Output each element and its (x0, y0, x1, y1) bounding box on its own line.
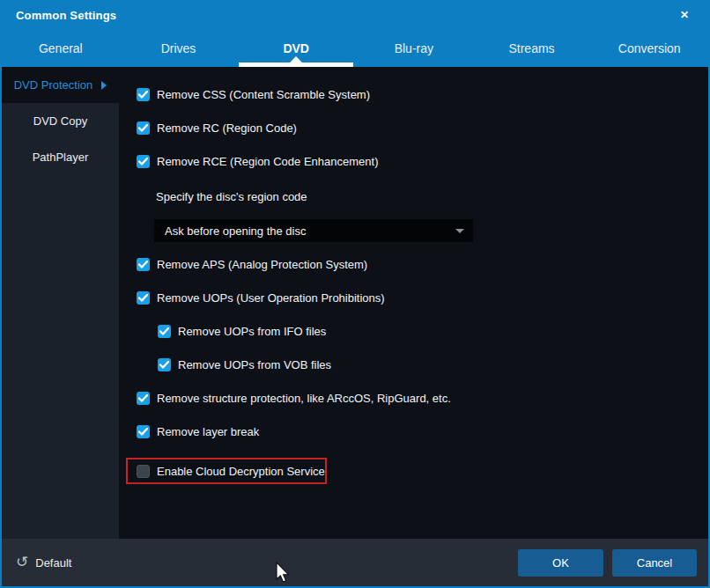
footer-bar: ↺ Default OK Cancel (2, 539, 708, 586)
checkbox-label: Remove APS (Analog Protection System) (157, 258, 367, 271)
header: Common Settings ✕ General Drives DVD Blu… (2, 0, 708, 67)
settings-panel: Remove CSS (Content Scramble System) Rem… (119, 67, 708, 539)
checkbox-row: Remove UOPs from IFO files (137, 324, 708, 338)
checkbox-row: Remove RCE (Region Code Enhancement) (137, 154, 708, 168)
sidebar-item-dvd-protection[interactable]: DVD Protection (2, 67, 119, 103)
checkbox-remove-rc[interactable] (137, 121, 150, 135)
checkbox-label: Remove UOPs from IFO files (178, 325, 326, 338)
check-icon (138, 394, 148, 402)
sidebar: DVD Protection DVD Copy PathPlayer (2, 67, 119, 539)
dialog-body: DVD Protection DVD Copy PathPlayer Remov… (2, 67, 708, 539)
tab-label: Conversion (618, 41, 681, 55)
checkbox-remove-aps[interactable] (137, 258, 150, 271)
check-icon (159, 361, 169, 369)
checkbox-remove-structure-protection[interactable] (137, 392, 150, 405)
tab-bar: General Drives DVD Blu-ray Streams Conve… (2, 30, 708, 67)
default-button[interactable]: ↺ Default (16, 555, 71, 570)
titlebar: Common Settings ✕ (2, 0, 708, 30)
checkbox-label: Remove UOPs (User Operation Prohibitions… (157, 291, 385, 305)
checkbox-remove-rce[interactable] (137, 155, 150, 168)
default-button-label: Default (35, 556, 71, 570)
sidebar-item-pathplayer[interactable]: PathPlayer (2, 139, 119, 175)
checkbox-remove-uops[interactable] (137, 291, 150, 305)
checkbox-row: Remove APS (Analog Protection System) (137, 257, 708, 271)
tab-label: Blu-ray (395, 41, 433, 55)
checkbox-remove-layer-break[interactable] (137, 425, 150, 438)
tab-label: Drives (161, 41, 196, 55)
checkbox-label: Remove RCE (Region Code Enhancement) (157, 155, 378, 168)
check-icon (138, 428, 148, 436)
checkbox-remove-css[interactable] (137, 88, 150, 101)
tab-label: DVD (283, 41, 309, 55)
window-title: Common Settings (16, 9, 116, 22)
chevron-down-icon (455, 229, 464, 233)
checkbox-remove-uops-ifo[interactable] (158, 325, 171, 338)
checkbox-row: Remove structure protection, like ARccOS… (137, 391, 708, 405)
check-icon (138, 294, 148, 302)
tab-label: Streams (508, 41, 554, 55)
checkbox-row: Enable Cloud Decryption Service (137, 464, 325, 478)
checkbox-enable-cloud-decryption[interactable] (137, 465, 150, 478)
sidebar-item-label: DVD Protection (14, 78, 93, 92)
check-icon (159, 327, 169, 335)
checkbox-label: Remove layer break (157, 425, 259, 438)
common-settings-dialog: Common Settings ✕ General Drives DVD Blu… (0, 0, 710, 588)
tab-bluray[interactable]: Blu-ray (355, 30, 473, 67)
tab-general[interactable]: General (2, 30, 120, 67)
check-icon (138, 261, 148, 268)
ok-button[interactable]: OK (518, 549, 603, 577)
sidebar-item-label: DVD Copy (33, 114, 87, 128)
active-tab-notch-icon (290, 56, 302, 62)
check-icon (138, 124, 148, 132)
tab-conversion[interactable]: Conversion (590, 30, 708, 67)
region-code-label: Specify the disc's region code (156, 189, 708, 203)
cancel-button[interactable]: Cancel (612, 549, 697, 577)
tab-streams[interactable]: Streams (473, 30, 591, 67)
checkbox-label: Remove CSS (Content Scramble System) (157, 88, 370, 101)
tab-drives[interactable]: Drives (120, 30, 238, 67)
tab-dvd[interactable]: DVD (237, 30, 355, 67)
checkbox-row: Remove CSS (Content Scramble System) (137, 87, 708, 101)
sidebar-item-label: PathPlayer (33, 151, 89, 164)
checkbox-row: Remove UOPs (User Operation Prohibitions… (137, 290, 708, 305)
checkbox-label: Enable Cloud Decryption Service (157, 465, 325, 478)
arrow-right-icon (101, 81, 107, 90)
checkbox-remove-uops-vob[interactable] (158, 358, 171, 371)
checkbox-row: Remove RC (Region Code) (137, 121, 708, 135)
check-icon (138, 91, 148, 99)
checkbox-label: Remove RC (Region Code) (157, 121, 297, 135)
dropdown-selected-value: Ask before opening the disc (165, 224, 455, 238)
checkbox-row: Remove layer break (137, 424, 708, 438)
checkbox-label: Remove structure protection, like ARccOS… (157, 392, 451, 405)
tab-label: General (39, 41, 83, 55)
check-icon (138, 158, 148, 165)
checkbox-label: Remove UOPs from VOB files (178, 358, 331, 371)
checkbox-row: Remove UOPs from VOB files (137, 357, 708, 371)
reset-icon: ↺ (16, 555, 28, 570)
region-code-dropdown[interactable]: Ask before opening the disc (154, 219, 473, 242)
sidebar-item-dvd-copy[interactable]: DVD Copy (2, 103, 119, 139)
close-icon[interactable]: ✕ (675, 5, 694, 25)
highlight-red-box: Enable Cloud Decryption Service (126, 458, 327, 484)
